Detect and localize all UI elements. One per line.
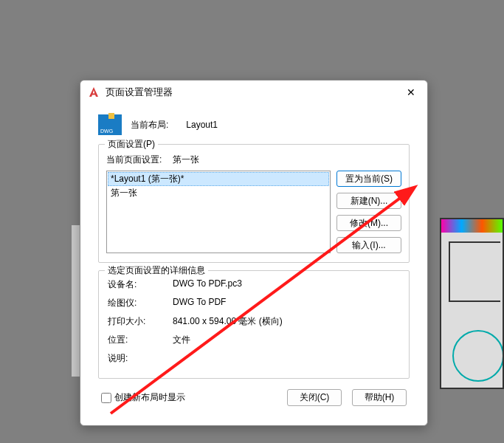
current-layout-label: 当前布局:	[131, 119, 168, 131]
current-setup-value: 第一张	[173, 154, 199, 166]
size-label: 打印大小:	[108, 315, 173, 328]
list-item[interactable]: 第一张	[108, 186, 329, 200]
list-item[interactable]: *Layout1 (第一张)*	[108, 172, 329, 186]
plotter-label: 绘图仪:	[108, 297, 173, 309]
device-label: 设备名:	[108, 278, 173, 291]
page-setup-legend: 页面设置(P)	[105, 138, 158, 151]
details-legend: 选定页面设置的详细信息	[105, 264, 208, 277]
description-value	[173, 352, 400, 365]
current-layout-row: DWG 当前布局: Layout1	[98, 114, 410, 135]
details-fieldset: 选定页面设置的详细信息 设备名: DWG To PDF.pc3 绘图仪: DWG…	[98, 270, 410, 379]
autocad-app-icon	[88, 86, 100, 98]
new-button[interactable]: 新建(N)...	[336, 193, 401, 209]
page-setup-fieldset: 页面设置(P) 当前页面设置: 第一张 *Layout1 (第一张)* 第一张 …	[98, 144, 410, 263]
description-label: 说明:	[108, 352, 173, 365]
current-layout-name: Layout1	[186, 120, 218, 130]
background-drawing-panel	[440, 218, 504, 389]
dwg-file-icon: DWG	[98, 114, 122, 135]
set-current-button[interactable]: 置为当前(S)	[336, 171, 401, 187]
close-button-footer[interactable]: 关闭(C)	[287, 389, 342, 406]
size-value: 841.00 x 594.00 毫米 (横向)	[173, 315, 400, 328]
plotter-value: DWG To PDF	[173, 297, 400, 309]
help-button[interactable]: 帮助(H)	[352, 389, 407, 406]
current-setup-label: 当前页面设置:	[106, 154, 173, 166]
drawing-color-bar	[441, 219, 503, 233]
show-on-new-layout-checkbox[interactable]	[101, 393, 111, 403]
page-setup-manager-dialog: 页面设置管理器 ✕ DWG 当前布局: Layout1 页面设置(P) 当前页面…	[80, 80, 428, 426]
location-label: 位置:	[108, 334, 173, 346]
location-value: 文件	[173, 334, 400, 346]
import-button[interactable]: 输入(I)...	[336, 237, 401, 253]
device-value: DWG To PDF.pc3	[173, 278, 400, 291]
modify-button[interactable]: 修改(M)...	[336, 215, 401, 231]
show-on-new-layout-label[interactable]: 创建新布局时显示	[114, 391, 185, 404]
page-setup-listbox[interactable]: *Layout1 (第一张)* 第一张	[106, 171, 331, 253]
close-button[interactable]: ✕	[402, 86, 420, 98]
dialog-title: 页面设置管理器	[106, 86, 402, 99]
titlebar: 页面设置管理器 ✕	[80, 80, 427, 104]
